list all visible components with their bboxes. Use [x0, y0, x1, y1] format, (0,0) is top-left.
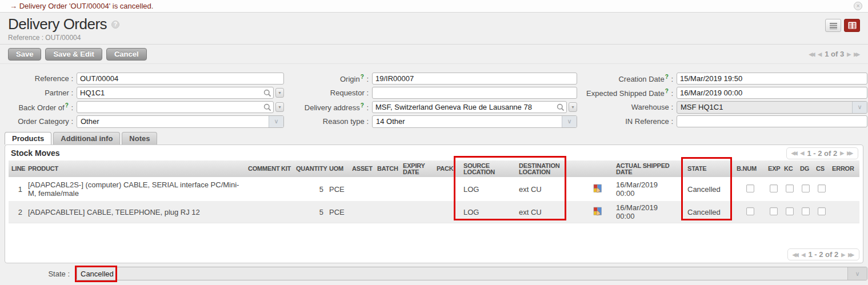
- save-edit-button[interactable]: Save & Edit: [45, 48, 102, 61]
- delivery-address-dropdown-icon[interactable]: ▾: [569, 102, 577, 112]
- origin-input[interactable]: 19/IR00007: [372, 73, 577, 85]
- delivery-address-input[interactable]: MSF, Switzerland Geneva Rue de Lausanne …: [372, 101, 567, 113]
- save-button[interactable]: Save: [8, 48, 41, 61]
- kc-checkbox[interactable]: [786, 207, 794, 215]
- cell-cs: [814, 200, 830, 223]
- chevron-down-icon: ∨: [269, 116, 283, 127]
- page-title: Delivery Orders: [8, 15, 107, 33]
- cell-state: Cancelled: [681, 200, 734, 223]
- creation-date-label: Creation Date? :: [584, 74, 677, 83]
- reason-type-select[interactable]: 14 Other ∨: [372, 115, 577, 128]
- col-cs: CS: [814, 160, 830, 178]
- search-icon[interactable]: [263, 103, 271, 111]
- in-reference-input[interactable]: [677, 115, 867, 127]
- creation-date-input[interactable]: 15/Mar/2019 19:50: [677, 73, 867, 85]
- record-pager: ◀◀ ◀ 1 of 3 ▶ ▶▶: [809, 50, 861, 58]
- warehouse-label: Warehouse :: [584, 103, 677, 111]
- list-view-button[interactable]: [825, 19, 841, 32]
- cell-destination-location: ext CU: [511, 178, 566, 200]
- next-record-icon[interactable]: ▶: [847, 50, 851, 58]
- col-bnum: B.NUM: [734, 160, 766, 178]
- cell-comment: [246, 200, 279, 223]
- field-help-icon[interactable]: ?: [65, 102, 69, 109]
- tab-notes[interactable]: Notes: [122, 132, 157, 144]
- open-record-icon[interactable]: [593, 184, 602, 193]
- cell-quantity: 5: [294, 178, 327, 200]
- cell-pack: [434, 200, 455, 223]
- first-record-icon[interactable]: ◀◀: [809, 50, 815, 58]
- cell-dg: [798, 178, 814, 200]
- back-order-of-input[interactable]: [77, 101, 274, 113]
- origin-label: Origin? :: [291, 74, 372, 83]
- requestor-input[interactable]: [372, 87, 577, 99]
- cs-checkbox[interactable]: [818, 184, 826, 192]
- notification-arrow-icon: →: [10, 2, 17, 10]
- first-page-icon[interactable]: ◀◀: [791, 149, 798, 157]
- dg-checkbox[interactable]: [802, 207, 810, 215]
- field-help-icon[interactable]: ?: [665, 74, 669, 80]
- field-help-icon[interactable]: ?: [361, 102, 364, 109]
- reference-label: Reference :: [0, 74, 77, 83]
- table-row[interactable]: 1 [ADAPCABL2S-] (computer) CABLE, SERIAL…: [9, 178, 859, 200]
- cell-state: Cancelled: [681, 178, 734, 200]
- back-order-of-dropdown-icon[interactable]: ▾: [275, 102, 284, 112]
- col-product: PRODUCT: [26, 160, 246, 178]
- cell-source-location: LOG: [455, 200, 511, 223]
- prev-page-icon[interactable]: ◀: [801, 149, 805, 157]
- next-page-icon[interactable]: ▶: [841, 251, 845, 259]
- cell-cs: [814, 178, 830, 200]
- tab-additional-info[interactable]: Additional info: [53, 132, 120, 144]
- dg-checkbox[interactable]: [802, 184, 810, 192]
- cell-exp: [766, 200, 782, 223]
- partner-input[interactable]: HQ1C1: [77, 87, 274, 99]
- col-kit: KIT: [279, 160, 294, 178]
- cell-comment: [246, 178, 279, 200]
- open-record-icon[interactable]: [593, 207, 602, 216]
- field-help-icon[interactable]: ?: [361, 74, 364, 80]
- tab-products[interactable]: Products: [5, 132, 51, 144]
- cell-bnum: [734, 200, 766, 223]
- reference-input[interactable]: OUT/00004: [77, 73, 284, 85]
- kc-checkbox[interactable]: [786, 184, 794, 192]
- bnum-checkbox[interactable]: [746, 207, 754, 215]
- bnum-checkbox[interactable]: [746, 184, 754, 192]
- cell-uom: PCE: [327, 200, 350, 223]
- cell-action: [566, 200, 609, 223]
- toolbar: Save Save & Edit Cancel ◀◀ ◀ 1 of 3 ▶ ▶▶: [0, 45, 868, 64]
- order-category-select[interactable]: Other ∨: [77, 115, 284, 128]
- field-help-icon[interactable]: ?: [665, 88, 669, 94]
- help-icon[interactable]: ?: [111, 21, 119, 29]
- search-icon[interactable]: [263, 89, 271, 97]
- col-action: [566, 160, 609, 178]
- warehouse-select[interactable]: MSF HQ1C1 ∨: [677, 101, 867, 114]
- last-record-icon[interactable]: ▶▶: [854, 50, 860, 58]
- state-select[interactable]: Cancelled ∨: [77, 267, 867, 280]
- partner-dropdown-icon[interactable]: ▾: [275, 88, 284, 98]
- exp-checkbox[interactable]: [770, 184, 778, 192]
- expected-shipped-date-input[interactable]: 16/Mar/2019 00:00: [677, 87, 867, 99]
- cancel-button[interactable]: Cancel: [106, 48, 147, 61]
- cs-checkbox[interactable]: [818, 207, 826, 215]
- last-page-icon[interactable]: ▶▶: [847, 149, 853, 157]
- prev-page-icon[interactable]: ◀: [802, 251, 806, 259]
- state-row: State : Cancelled ∨: [0, 267, 868, 280]
- next-page-icon[interactable]: ▶: [840, 149, 844, 157]
- col-state: STATE: [681, 160, 734, 178]
- first-page-icon[interactable]: ◀◀: [793, 251, 799, 259]
- requestor-label: Requestor :: [291, 89, 372, 97]
- chevron-down-icon: ∨: [847, 267, 867, 280]
- stock-moves-pager-text: 1 - 2 of 2: [808, 250, 838, 259]
- cell-dg: [798, 200, 814, 223]
- notification-bar: → Delivery Order 'OUT/00004' is cancelle…: [0, 0, 868, 13]
- close-icon[interactable]: ✕: [854, 2, 862, 10]
- search-icon[interactable]: [557, 103, 565, 111]
- col-asset: ASSET: [350, 160, 375, 178]
- page-header: Delivery Orders ? Reference : OUT/00004: [0, 13, 868, 45]
- chevron-down-icon: ∨: [852, 102, 867, 113]
- prev-record-icon[interactable]: ◀: [818, 50, 822, 58]
- exp-checkbox[interactable]: [770, 207, 778, 215]
- table-row[interactable]: 2 [ADAPCABLTEL] CABLE, TELEPHONE, plug R…: [9, 200, 859, 223]
- form-view-button[interactable]: [844, 19, 860, 32]
- last-page-icon[interactable]: ▶▶: [848, 251, 854, 259]
- col-source-location: SOURCE LOCATION: [455, 160, 511, 178]
